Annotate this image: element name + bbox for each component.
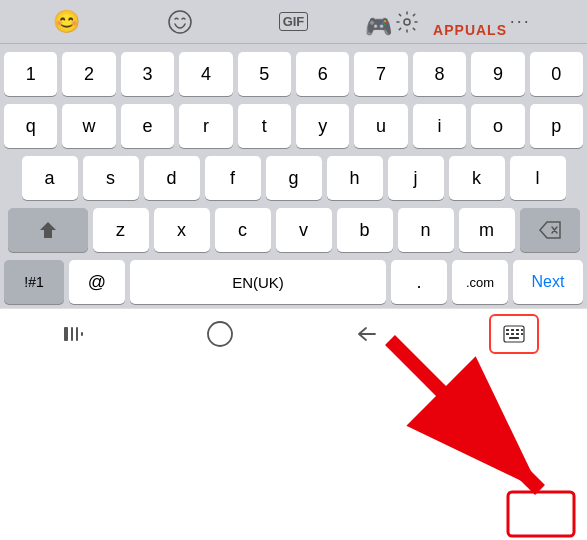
key-8[interactable]: 8	[413, 52, 466, 96]
bottom-row: !#1 @ EN(UK) . .com Next	[4, 260, 583, 304]
svg-rect-14	[521, 329, 523, 331]
key-o[interactable]: o	[471, 104, 524, 148]
key-0[interactable]: 0	[530, 52, 583, 96]
key-e[interactable]: e	[121, 104, 174, 148]
svg-rect-10	[516, 329, 519, 331]
key-f[interactable]: f	[205, 156, 261, 200]
svg-rect-11	[506, 333, 509, 335]
svg-rect-16	[509, 337, 519, 339]
key-w[interactable]: w	[62, 104, 115, 148]
svg-rect-5	[81, 332, 83, 336]
shift-key[interactable]	[8, 208, 88, 252]
svg-rect-15	[521, 333, 523, 335]
key-a[interactable]: a	[22, 156, 78, 200]
space-key[interactable]: EN(UK)	[130, 260, 386, 304]
more-icon[interactable]: ···	[502, 4, 538, 40]
key-g[interactable]: g	[266, 156, 322, 200]
emoji-icon[interactable]: 😊	[49, 4, 85, 40]
svg-rect-13	[516, 333, 519, 335]
key-5[interactable]: 5	[238, 52, 291, 96]
key-q[interactable]: q	[4, 104, 57, 148]
key-c[interactable]: c	[215, 208, 271, 252]
svg-point-0	[169, 11, 191, 33]
key-r[interactable]: r	[179, 104, 232, 148]
symbols-key[interactable]: !#1	[4, 260, 64, 304]
svg-rect-19	[508, 492, 574, 536]
svg-point-6	[208, 322, 232, 346]
sticker-icon[interactable]	[162, 4, 198, 40]
svg-line-18	[390, 340, 540, 490]
period-key[interactable]: .	[391, 260, 447, 304]
svg-rect-12	[511, 333, 514, 335]
key-k[interactable]: k	[449, 156, 505, 200]
nav-keyboard-icon[interactable]	[489, 314, 539, 354]
key-l[interactable]: l	[510, 156, 566, 200]
number-row: 1 2 3 4 5 6 7 8 9 0	[4, 52, 583, 96]
key-1[interactable]: 1	[4, 52, 57, 96]
backspace-key[interactable]	[520, 208, 580, 252]
next-key[interactable]: Next	[513, 260, 583, 304]
key-y[interactable]: y	[296, 104, 349, 148]
key-4[interactable]: 4	[179, 52, 232, 96]
key-6[interactable]: 6	[296, 52, 349, 96]
svg-point-1	[404, 19, 410, 25]
key-3[interactable]: 3	[121, 52, 174, 96]
key-i[interactable]: i	[413, 104, 466, 148]
key-h[interactable]: h	[327, 156, 383, 200]
key-9[interactable]: 9	[471, 52, 524, 96]
settings-icon[interactable]	[389, 4, 425, 40]
nav-home-icon[interactable]	[195, 314, 245, 354]
key-x[interactable]: x	[154, 208, 210, 252]
dotcom-key[interactable]: .com	[452, 260, 508, 304]
qwerty-row: q w e r t y u i o p	[4, 104, 583, 148]
asdf-row: a s d f g h j k l	[4, 156, 583, 200]
key-d[interactable]: d	[144, 156, 200, 200]
key-j[interactable]: j	[388, 156, 444, 200]
key-p[interactable]: p	[530, 104, 583, 148]
gif-icon[interactable]: GIF	[275, 4, 311, 40]
key-b[interactable]: b	[337, 208, 393, 252]
key-7[interactable]: 7	[354, 52, 407, 96]
at-key[interactable]: @	[69, 260, 125, 304]
svg-rect-9	[511, 329, 514, 331]
keyboard: 1 2 3 4 5 6 7 8 9 0 q w e r t y u i o p …	[0, 44, 587, 308]
svg-rect-8	[506, 329, 509, 331]
key-s[interactable]: s	[83, 156, 139, 200]
keyboard-toolbar: 😊 GIF ···	[0, 0, 587, 44]
key-n[interactable]: n	[398, 208, 454, 252]
nav-menu-icon[interactable]	[48, 314, 98, 354]
key-v[interactable]: v	[276, 208, 332, 252]
key-t[interactable]: t	[238, 104, 291, 148]
key-u[interactable]: u	[354, 104, 407, 148]
key-m[interactable]: m	[459, 208, 515, 252]
key-2[interactable]: 2	[62, 52, 115, 96]
nav-back-icon[interactable]	[342, 314, 392, 354]
svg-rect-3	[71, 327, 73, 341]
svg-rect-4	[76, 327, 78, 341]
svg-rect-2	[64, 327, 68, 341]
nav-bar	[0, 308, 587, 358]
zxcv-row: z x c v b n m	[4, 208, 583, 252]
key-z[interactable]: z	[93, 208, 149, 252]
